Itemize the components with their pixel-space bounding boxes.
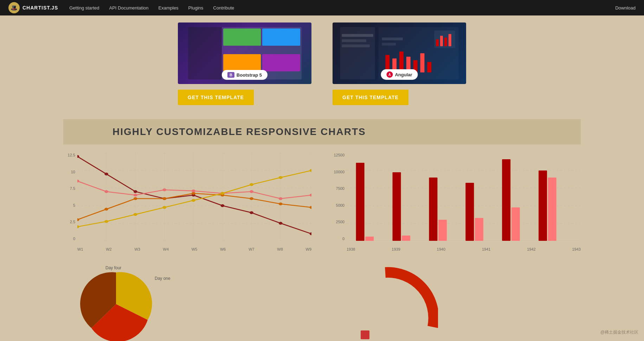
bar-chart-container: 12500 10000 7500 5000 2500 0 [333,153,581,251]
bar-y-label-0: 0 [342,237,344,241]
svg-rect-80 [438,220,447,241]
svg-rect-5 [382,38,403,40]
svg-rect-3 [342,45,369,47]
bootstrap-badge-text: Bootstrap 5 [237,72,262,78]
x-label-w4: W4 [163,247,169,251]
template-card-angular: A Angular GET THIS TEMPLATE [333,22,466,105]
mock-card-4 [262,54,300,71]
svg-point-45 [162,197,166,200]
svg-point-59 [310,194,311,197]
y-label-12_5: 12.5 [68,153,75,157]
x-label-w5: W5 [192,247,198,251]
bootstrap-badge-icon: B [227,72,234,78]
svg-point-49 [279,202,283,205]
nav-examples[interactable]: Examples [159,5,179,11]
bar-x-label-1942: 1942 [527,247,535,251]
svg-point-46 [192,192,195,195]
mock-card-1 [223,28,261,46]
nav-api-docs[interactable]: API Documentation [109,5,149,11]
svg-rect-12 [420,53,425,73]
get-template-bootstrap-button[interactable]: GET THIS TEMPLATE [178,90,254,105]
templates-section: B Bootstrap 5 GET THIS TEMPLATE [0,15,644,119]
line-chart-container: 12.5 10 7.5 5 2.5 0 [63,153,311,251]
x-label-w8: W8 [277,247,283,251]
donut-chart-svg [333,265,438,341]
line-chart-x-labels: W1 W2 W3 W4 W5 W6 W7 W8 W9 [77,246,311,251]
bar-chart-x-labels: 1938 1939 1940 1941 1942 1943 [347,246,581,251]
y-label-7_5: 7.5 [70,186,75,191]
svg-point-35 [134,190,137,193]
svg-point-60 [77,225,79,228]
nav-contribute[interactable]: Contribute [213,5,234,11]
nav-plugins[interactable]: Plugins [188,5,204,11]
line-chart-svg-area [77,153,311,241]
svg-point-44 [134,197,137,200]
logo-icon: 🎩 [8,2,20,13]
line-chart-y-labels: 12.5 10 7.5 5 2.5 0 [63,153,77,241]
svg-rect-18 [449,34,451,46]
svg-rect-77 [393,172,401,241]
svg-point-55 [192,189,195,192]
svg-point-57 [250,190,253,193]
get-template-angular-button[interactable]: GET THIS TEMPLATE [333,90,408,105]
nav-download[interactable]: Download [615,5,636,11]
svg-point-65 [221,192,225,195]
svg-point-38 [221,204,225,207]
svg-point-34 [104,173,108,175]
charts-section: 12.5 10 7.5 5 2.5 0 [0,153,644,341]
angular-badge-text: Angular [395,72,412,77]
x-label-w2: W2 [106,247,112,251]
bar-y-label-10000: 10000 [334,170,344,174]
donut-chart-container [333,265,581,341]
svg-point-63 [162,206,166,209]
bootstrap-badge: B Bootstrap 5 [222,70,268,80]
nav-getting-started[interactable]: Getting started [69,5,99,11]
svg-point-62 [134,213,137,216]
svg-point-58 [279,197,283,200]
svg-point-54 [162,188,166,191]
pie-chart-day-one-label: Day one [155,276,170,281]
svg-point-53 [134,194,137,197]
svg-rect-17 [444,38,447,46]
x-label-w1: W1 [77,247,83,251]
template-preview-angular: A Angular [333,22,466,84]
x-label-w6: W6 [220,247,226,251]
svg-rect-75 [356,163,365,241]
bar-y-label-5000: 5000 [336,203,344,207]
bar-y-label-7500: 7500 [336,186,344,191]
logo[interactable]: 🎩 CHARTIST.JS [8,2,58,13]
bar-chart-y-labels: 12500 10000 7500 5000 2500 0 [333,153,347,241]
svg-rect-13 [427,62,431,72]
bar-x-label-1943: 1943 [572,247,580,251]
svg-point-52 [104,190,108,193]
template-preview-bootstrap: B Bootstrap 5 [178,22,311,84]
bar-x-label-1938: 1938 [347,247,355,251]
svg-point-68 [310,169,311,172]
svg-rect-82 [475,218,483,241]
svg-rect-83 [502,159,510,241]
mock-card-3 [223,54,261,71]
svg-rect-84 [511,207,520,241]
y-label-5: 5 [73,203,75,207]
x-label-w9: W9 [306,247,312,251]
bar-x-label-1940: 1940 [437,247,445,251]
template-card-bootstrap: B Bootstrap 5 GET THIS TEMPLATE [178,22,311,105]
pie-chart-container: Day four Day one [63,265,311,341]
x-label-w7: W7 [249,247,255,251]
svg-rect-1 [342,34,373,37]
svg-point-50 [310,206,311,209]
charts-row-2: Day four Day one [63,265,581,341]
svg-rect-85 [539,170,547,241]
pie-chart-svg [63,265,169,341]
svg-rect-78 [402,236,410,241]
svg-point-39 [250,211,253,214]
bar-y-label-2500: 2500 [336,220,344,224]
x-label-w3: W3 [134,247,140,251]
svg-point-66 [250,183,253,186]
bar-x-label-1941: 1941 [482,247,490,251]
svg-rect-76 [365,237,374,241]
svg-point-48 [250,197,253,200]
charts-row-1: 12.5 10 7.5 5 2.5 0 [63,153,581,251]
bar-chart-area: 12500 10000 7500 5000 2500 0 [333,153,581,251]
angular-badge-icon: A [386,71,393,78]
